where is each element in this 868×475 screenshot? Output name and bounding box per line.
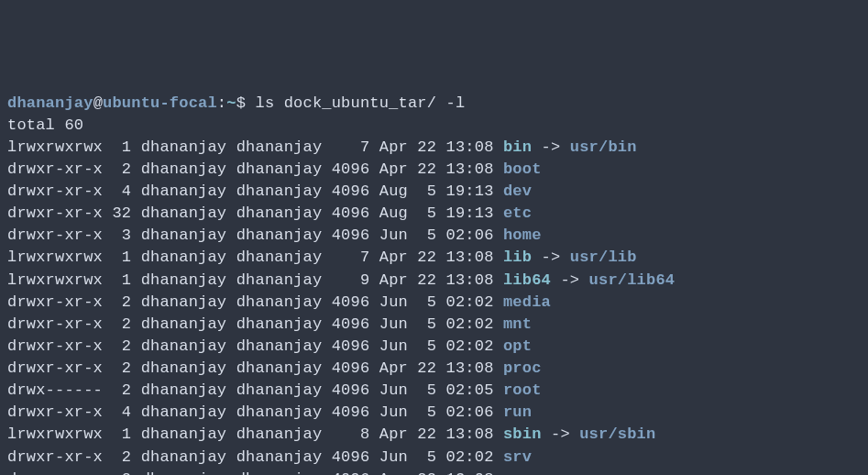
file-permissions: drwx------ bbox=[7, 381, 103, 399]
file-permissions: drwxr-xr-x bbox=[7, 226, 103, 244]
file-owner: dhananjay bbox=[141, 226, 227, 244]
file-name: sbin bbox=[503, 425, 542, 443]
symlink-target: usr/lib64 bbox=[589, 271, 676, 289]
file-date: Jun 5 02:02 bbox=[379, 448, 494, 466]
file-group: dhananjay bbox=[236, 138, 323, 156]
prompt-line: dhananjay@ubuntu-focal:~$ ls dock_ubuntu… bbox=[7, 94, 465, 112]
file-size: 4096 bbox=[332, 403, 370, 421]
file-permissions: lrwxrwxrwx bbox=[7, 138, 103, 156]
file-name: lib64 bbox=[503, 271, 551, 289]
file-links: 2 bbox=[112, 160, 131, 178]
file-size: 4096 bbox=[332, 293, 370, 311]
list-row: drwxr-xr-x 4 dhananjay dhananjay 4096 Au… bbox=[7, 182, 532, 200]
file-owner: dhananjay bbox=[141, 381, 227, 399]
symlink-arrow: -> bbox=[532, 249, 570, 266]
list-row: drwxr-xr-x 2 dhananjay dhananjay 4096 Ju… bbox=[7, 315, 532, 333]
file-group: dhananjay bbox=[236, 315, 323, 333]
list-row: lrwxrwxrwx 1 dhananjay dhananjay 7 Apr 2… bbox=[7, 138, 637, 156]
file-date: Jun 5 02:02 bbox=[379, 293, 494, 311]
file-permissions: drwxr-xr-x bbox=[7, 403, 103, 421]
file-owner: dhananjay bbox=[141, 337, 227, 355]
file-date: Apr 22 13:08 bbox=[379, 249, 494, 266]
symlink-target: usr/lib bbox=[570, 249, 637, 266]
file-links: 32 bbox=[112, 204, 131, 222]
file-permissions: drwxr-xr-x bbox=[7, 359, 103, 377]
file-date: Jun 5 02:05 bbox=[379, 381, 494, 399]
file-group: dhananjay bbox=[236, 381, 323, 399]
file-name: lib bbox=[503, 249, 532, 266]
file-name: proc bbox=[503, 359, 542, 377]
list-row: drwxr-xr-x 2 dhananjay dhananjay 4096 Ap… bbox=[7, 160, 542, 178]
list-row: lrwxrwxrwx 1 dhananjay dhananjay 8 Apr 2… bbox=[7, 425, 655, 443]
file-permissions: drwxr-xr-x bbox=[7, 204, 103, 222]
list-row: lrwxrwxrwx 1 dhananjay dhananjay 9 Apr 2… bbox=[7, 271, 675, 289]
list-row: drwxr-xr-x 32 dhananjay dhananjay 4096 A… bbox=[7, 204, 532, 222]
symlink-target: usr/sbin bbox=[579, 425, 655, 443]
symlink-target: usr/bin bbox=[570, 138, 637, 156]
file-permissions: lrwxrwxrwx bbox=[7, 425, 103, 443]
file-owner: dhananjay bbox=[141, 448, 227, 466]
file-name: run bbox=[503, 403, 532, 421]
prompt-path: ~ bbox=[226, 94, 236, 112]
file-date: Apr 22 13:08 bbox=[379, 271, 494, 289]
command-input[interactable]: ls dock_ubuntu_tar/ -l bbox=[255, 94, 465, 112]
list-row: drwxr-xr-x 2 dhananjay dhananjay 4096 Ju… bbox=[7, 293, 551, 311]
file-group: dhananjay bbox=[236, 204, 323, 222]
file-date: Apr 22 13:08 bbox=[379, 160, 494, 178]
file-group: dhananjay bbox=[236, 182, 323, 200]
terminal[interactable]: dhananjay@ubuntu-focal:~$ ls dock_ubuntu… bbox=[7, 93, 861, 476]
file-permissions: drwxr-xr-x bbox=[7, 182, 103, 200]
file-date: Apr 22 13:08 bbox=[379, 425, 494, 443]
file-owner: dhananjay bbox=[141, 182, 227, 200]
symlink-arrow: -> bbox=[532, 138, 570, 156]
file-group: dhananjay bbox=[236, 359, 323, 377]
file-size: 4096 bbox=[332, 337, 370, 355]
file-permissions: drwxr-xr-x bbox=[7, 470, 103, 475]
file-date: Jun 5 02:02 bbox=[379, 315, 494, 333]
list-row: drwx------ 2 dhananjay dhananjay 4096 Ju… bbox=[7, 381, 542, 399]
file-links: 1 bbox=[112, 249, 131, 266]
file-size: 4096 bbox=[332, 160, 370, 178]
file-size: 4096 bbox=[332, 226, 370, 244]
file-links: 2 bbox=[112, 337, 131, 355]
file-size: 4096 bbox=[332, 359, 370, 377]
file-owner: dhananjay bbox=[141, 249, 227, 266]
file-links: 1 bbox=[112, 138, 131, 156]
file-group: dhananjay bbox=[236, 425, 323, 443]
file-links: 2 bbox=[112, 315, 131, 333]
file-owner: dhananjay bbox=[141, 204, 227, 222]
file-date: Apr 22 13:08 bbox=[379, 359, 494, 377]
prompt-user: dhananjay bbox=[7, 94, 93, 112]
file-links: 2 bbox=[112, 448, 131, 466]
file-owner: dhananjay bbox=[141, 293, 227, 311]
file-date: Jun 5 02:06 bbox=[379, 403, 494, 421]
total-line: total 60 bbox=[7, 116, 83, 134]
file-name: boot bbox=[503, 160, 542, 178]
prompt-colon: : bbox=[217, 94, 226, 112]
file-name: etc bbox=[503, 204, 532, 222]
file-links: 1 bbox=[112, 425, 131, 443]
prompt-host: ubuntu-focal bbox=[103, 94, 217, 112]
file-group: dhananjay bbox=[236, 448, 323, 466]
file-date: Apr 22 13:08 bbox=[379, 138, 494, 156]
symlink-arrow: -> bbox=[542, 425, 580, 443]
file-permissions: drwxr-xr-x bbox=[7, 160, 103, 178]
file-owner: dhananjay bbox=[141, 315, 227, 333]
file-links: 2 bbox=[112, 470, 131, 475]
list-row: drwxr-xr-x 2 dhananjay dhananjay 4096 Ju… bbox=[7, 448, 532, 466]
file-date: Jun 5 02:02 bbox=[379, 337, 494, 355]
file-size: 7 bbox=[332, 249, 370, 266]
file-size: 4096 bbox=[332, 315, 370, 333]
file-permissions: lrwxrwxrwx bbox=[7, 271, 103, 289]
file-name: opt bbox=[503, 337, 532, 355]
file-name: bin bbox=[503, 138, 532, 156]
file-name: media bbox=[503, 293, 551, 311]
file-links: 2 bbox=[112, 293, 131, 311]
list-row: lrwxrwxrwx 1 dhananjay dhananjay 7 Apr 2… bbox=[7, 249, 637, 266]
file-size: 8 bbox=[332, 425, 370, 443]
file-group: dhananjay bbox=[236, 293, 323, 311]
file-size: 7 bbox=[332, 138, 370, 156]
file-size: 9 bbox=[332, 271, 370, 289]
file-size: 4096 bbox=[332, 448, 370, 466]
file-size: 4096 bbox=[332, 470, 370, 475]
